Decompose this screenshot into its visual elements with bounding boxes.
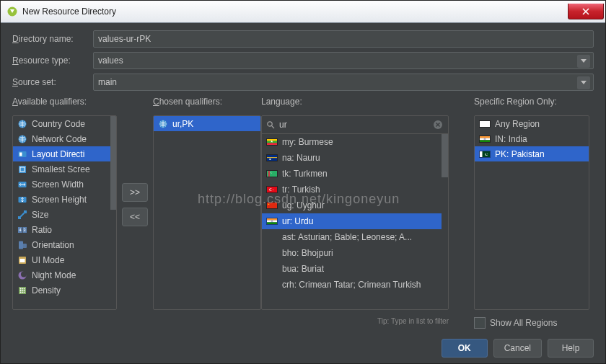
svg-rect-56 — [480, 140, 490, 142]
svg-point-45 — [270, 188, 272, 190]
available-qualifier-item[interactable]: Smallest Scree — [13, 161, 116, 177]
language-item[interactable]: ug: Uyghur — [262, 197, 448, 213]
svg-rect-34 — [267, 143, 277, 145]
directory-name-label: Directory name: — [12, 34, 93, 44]
svg-point-24 — [22, 290, 23, 291]
svg-point-30 — [268, 122, 272, 126]
language-item[interactable]: tk: Turkmen — [262, 166, 448, 182]
directory-name-input[interactable] — [93, 30, 594, 48]
close-button[interactable] — [568, 4, 604, 19]
available-qualifier-item[interactable]: Country Code — [13, 116, 116, 131]
available-qualifier-item[interactable]: Orientation — [13, 237, 116, 252]
source-set-label: Source set: — [12, 77, 93, 87]
svg-point-25 — [24, 290, 25, 291]
scrollbar-track[interactable] — [110, 116, 116, 309]
qualifier-label: Size — [32, 210, 48, 220]
show-all-regions-checkbox[interactable] — [474, 317, 486, 329]
chevron-down-icon — [577, 55, 590, 68]
qualifier-label: Ratio — [32, 225, 52, 235]
svg-rect-40 — [268, 171, 270, 177]
available-qualifier-item[interactable]: Layout Directi — [13, 146, 116, 161]
qualifier-label: Network Code — [32, 134, 87, 144]
ok-button[interactable]: OK — [442, 339, 488, 358]
chevron-down-icon — [577, 76, 590, 89]
resource-type-combo[interactable]: values — [93, 52, 594, 69]
remove-qualifier-button[interactable]: << — [122, 208, 148, 226]
language-list[interactable]: my: Burmesena: Naurutk: Turkmentr: Turki… — [261, 115, 449, 310]
language-item[interactable]: tr: Turkish — [262, 182, 448, 197]
svg-point-42 — [271, 172, 272, 173]
language-item[interactable]: bua: Buriat — [262, 261, 448, 277]
svg-point-38 — [269, 159, 271, 160]
svg-point-26 — [20, 291, 22, 293]
qualifier-label: Orientation — [32, 240, 74, 250]
svg-rect-37 — [267, 157, 277, 158]
svg-rect-47 — [267, 203, 277, 208]
available-qualifier-item[interactable]: UI Mode — [13, 252, 116, 267]
show-all-regions-label: Show All Regions — [490, 318, 557, 328]
language-label: bho: Bhojpuri — [282, 248, 333, 258]
svg-point-18 — [21, 271, 27, 277]
dialog-window: New Resource Directory Directory name: R… — [0, 0, 606, 364]
qualifier-label: Layout Directi — [32, 149, 84, 159]
region-item[interactable]: PK: Pakistan — [475, 146, 589, 161]
svg-rect-4 — [19, 152, 22, 156]
source-set-combo[interactable]: main — [93, 74, 594, 91]
available-qualifier-item[interactable]: 43Ratio — [13, 222, 116, 237]
scrollbar-track[interactable] — [442, 134, 448, 309]
chosen-header: Chosen qualifiers: — [153, 97, 261, 111]
clear-icon[interactable] — [432, 119, 444, 130]
svg-rect-49 — [267, 218, 277, 221]
svg-rect-59 — [480, 151, 483, 157]
region-label: Any Region — [495, 119, 540, 129]
language-label: my: Burmese — [282, 137, 333, 147]
language-item[interactable]: na: Nauru — [262, 150, 448, 166]
region-item[interactable]: IN: India — [475, 131, 589, 146]
language-label: bua: Buriat — [282, 264, 324, 274]
close-icon — [582, 8, 589, 15]
language-item[interactable]: ast: Asturian; Bable; Leonese; A... — [262, 229, 448, 245]
svg-point-23 — [20, 290, 22, 291]
svg-point-20 — [20, 288, 22, 289]
qualifier-label: Screen Width — [32, 179, 84, 190]
available-qualifier-item[interactable]: Night Mode — [13, 267, 116, 283]
svg-rect-51 — [267, 222, 277, 224]
qualifier-label: UI Mode — [32, 255, 64, 265]
language-label: ast: Asturian; Bable; Leonese; A... — [282, 232, 412, 242]
language-item[interactable]: ur: Urdu — [262, 213, 448, 229]
svg-rect-16 — [20, 259, 25, 262]
language-item[interactable]: bho: Bhojpuri — [262, 245, 448, 261]
resource-type-label: Resource type: — [12, 56, 93, 66]
available-qualifiers-list[interactable]: Country CodeNetwork CodeLayout DirectiSm… — [12, 115, 117, 310]
region-item[interactable]: Any Region — [475, 116, 589, 131]
available-qualifier-item[interactable]: Density — [13, 283, 116, 298]
region-list[interactable]: Any RegionIN: IndiaPK: Pakistan — [474, 115, 589, 310]
qualifier-label: ur,PK — [172, 119, 193, 129]
svg-point-22 — [24, 288, 25, 289]
language-item[interactable]: my: Burmese — [262, 134, 448, 150]
scrollbar-thumb[interactable] — [110, 116, 116, 210]
available-qualifier-item[interactable]: Screen Height — [13, 192, 116, 207]
qualifier-label: Night Mode — [32, 270, 76, 280]
filter-tip: Tip: Type in list to filter — [261, 317, 449, 329]
help-button[interactable]: Help — [548, 339, 594, 358]
dialog-title: New Resource Directory — [22, 6, 116, 17]
available-qualifier-item[interactable]: Network Code — [13, 131, 116, 146]
available-qualifier-item[interactable]: Size — [13, 207, 116, 222]
source-set-value: main — [98, 77, 117, 87]
chosen-qualifier-item[interactable]: ur,PK — [154, 116, 260, 131]
language-search-input[interactable] — [278, 119, 429, 130]
chosen-qualifiers-list[interactable]: ur,PK — [153, 115, 261, 310]
language-label: tr: Turkish — [282, 185, 320, 195]
app-icon — [6, 6, 18, 17]
available-qualifier-item[interactable]: Screen Width — [13, 177, 116, 192]
resource-type-value: values — [98, 56, 123, 66]
language-item[interactable]: crh: Crimean Tatar; Crimean Turkish — [262, 277, 448, 293]
svg-rect-53 — [480, 121, 490, 127]
language-label: tk: Turkmen — [282, 169, 328, 179]
cancel-button[interactable]: Cancel — [493, 339, 542, 358]
title-bar: New Resource Directory — [1, 1, 605, 23]
language-header: Language: — [261, 97, 449, 111]
scrollbar-thumb[interactable] — [442, 134, 448, 177]
add-qualifier-button[interactable]: >> — [122, 183, 148, 202]
